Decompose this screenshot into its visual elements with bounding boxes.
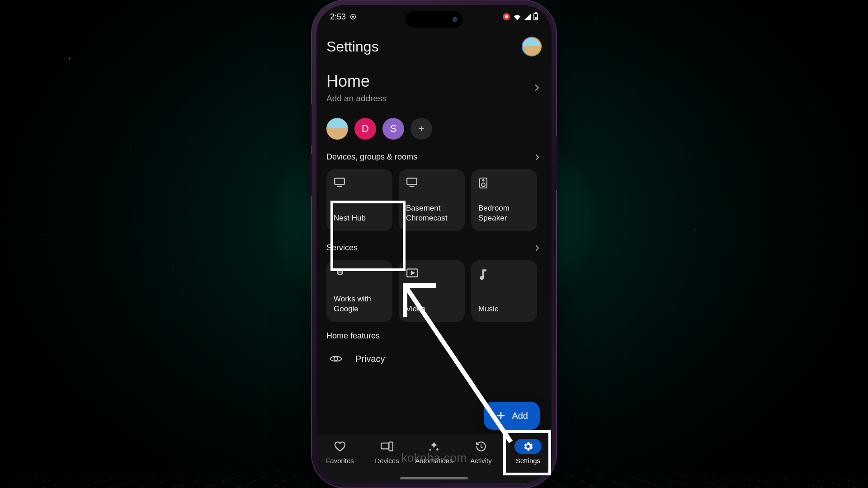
- page-title: Settings: [326, 38, 379, 55]
- member-avatar-1[interactable]: [326, 118, 348, 140]
- gear-icon: [514, 439, 542, 454]
- household-members: D S +: [326, 118, 542, 140]
- display-icon: [406, 177, 458, 187]
- svg-point-5: [481, 183, 485, 187]
- nav-label: Automations: [415, 457, 453, 465]
- feature-row-privacy[interactable]: Privacy: [326, 345, 542, 367]
- device-card-label: Bedroom Speaker: [478, 203, 530, 223]
- music-note-icon: [478, 268, 530, 280]
- devices-section-title: Devices, groups & rooms: [326, 152, 417, 162]
- nav-devices[interactable]: Devices: [363, 439, 410, 465]
- svg-point-6: [483, 180, 484, 181]
- home-row[interactable]: Home Add an address: [326, 69, 542, 106]
- device-card-label: Basement Chromecast: [406, 203, 458, 223]
- nav-activity[interactable]: Activity: [458, 439, 505, 465]
- chevron-right-icon: [532, 83, 542, 93]
- heart-icon: [326, 439, 354, 454]
- add-member-button[interactable]: +: [410, 118, 432, 140]
- devices-section-header[interactable]: Devices, groups & rooms: [326, 152, 542, 162]
- account-avatar[interactable]: [522, 37, 542, 56]
- svg-point-8: [334, 357, 338, 361]
- service-card-works-with-google[interactable]: Works with Google: [326, 260, 392, 322]
- history-icon: [467, 439, 495, 454]
- add-fab[interactable]: Add: [484, 402, 540, 430]
- video-icon: [406, 268, 458, 278]
- nav-settings[interactable]: Settings: [505, 439, 552, 465]
- nav-favorites[interactable]: Favorites: [316, 439, 363, 465]
- nav-automations[interactable]: Automations: [410, 439, 458, 465]
- phone-frame: 2:53 Settings Home Add an address: [312, 0, 556, 488]
- home-subtitle: Add an address: [326, 94, 387, 103]
- nav-label: Favorites: [326, 457, 354, 465]
- link-icon: [334, 268, 385, 276]
- svg-rect-10: [389, 442, 393, 450]
- home-features-title: Home features: [326, 331, 542, 341]
- devices-icon: [373, 439, 401, 454]
- display-icon: [334, 177, 385, 187]
- chevron-right-icon: [533, 244, 542, 253]
- privacy-icon: [326, 353, 345, 364]
- nav-label: Devices: [375, 457, 399, 465]
- device-card-bedroom-speaker[interactable]: Bedroom Speaker: [471, 169, 537, 231]
- phone-screen: 2:53 Settings Home Add an address: [316, 5, 552, 483]
- device-card-label: Nest Hub: [334, 213, 385, 223]
- svg-rect-2: [335, 178, 344, 184]
- member-avatar-d[interactable]: D: [354, 118, 376, 140]
- services-cards: Works with Google Video Music: [326, 260, 542, 322]
- service-card-label: Video: [406, 304, 458, 314]
- fab-label: Add: [512, 411, 528, 421]
- device-card-nest-hub[interactable]: Nest Hub: [326, 169, 392, 231]
- plus-icon: [495, 410, 506, 421]
- nav-label: Activity: [470, 457, 492, 465]
- bottom-nav: Favorites Devices Automations Activity: [316, 434, 552, 483]
- chevron-right-icon: [533, 153, 542, 162]
- services-section-header[interactable]: Services: [326, 243, 542, 253]
- service-card-music[interactable]: Music: [471, 260, 537, 322]
- service-card-label: Music: [478, 304, 530, 314]
- services-section-title: Services: [326, 243, 358, 253]
- speaker-icon: [478, 177, 530, 189]
- device-card-basement-chromecast[interactable]: Basement Chromecast: [399, 169, 465, 231]
- svg-rect-3: [407, 178, 417, 184]
- svg-rect-9: [381, 443, 389, 449]
- nav-label: Settings: [516, 457, 540, 465]
- service-card-video[interactable]: Video: [399, 260, 465, 322]
- devices-cards: Nest Hub Basement Chromecast Bedroom Spe…: [326, 169, 542, 231]
- service-card-label: Works with Google: [334, 294, 385, 314]
- home-indicator[interactable]: [400, 477, 468, 479]
- feature-label: Privacy: [355, 354, 385, 364]
- member-avatar-s[interactable]: S: [382, 118, 404, 140]
- sparkle-icon: [420, 439, 448, 454]
- home-title: Home: [326, 72, 387, 91]
